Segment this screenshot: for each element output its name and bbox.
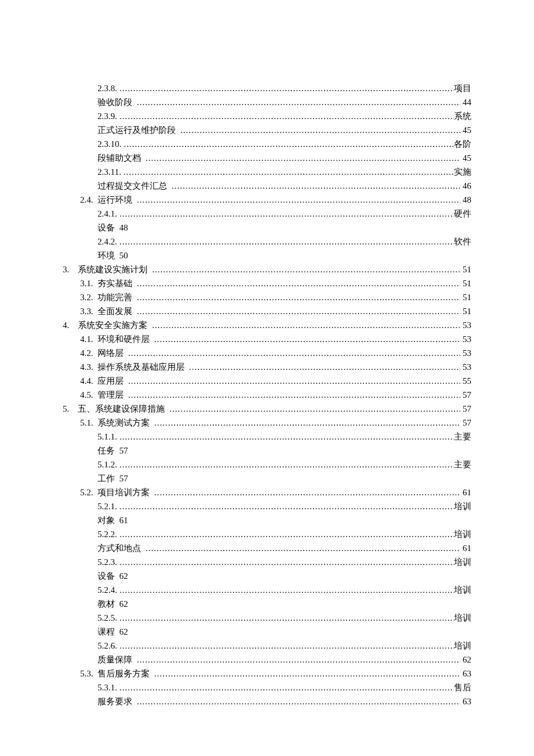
toc-title-continuation: 质量保障 bbox=[98, 653, 135, 667]
toc-leader-dots bbox=[143, 151, 461, 165]
toc-page-number: 53 bbox=[460, 360, 471, 374]
toc-entry-line2: 任务 57 bbox=[98, 444, 471, 458]
toc-title: 管理层 bbox=[98, 388, 126, 402]
toc-title-continuation: 教材 62 bbox=[98, 597, 128, 611]
toc-entry-line2: 设备 62 bbox=[98, 569, 471, 583]
toc-leader-dots bbox=[117, 611, 454, 625]
toc-number: 4.1. bbox=[80, 332, 98, 346]
toc-entry-wrapped: 2.3.8.项目验收阶段 44 bbox=[63, 81, 471, 109]
toc-entry: 4.5. 管理层 57 bbox=[63, 388, 471, 402]
toc-title-tail: 各阶 bbox=[454, 137, 471, 151]
toc-number: 2.3.9. bbox=[98, 109, 117, 123]
toc-number: 2.4.2. bbox=[98, 235, 117, 249]
toc-entry-wrapped: 5.2.4.培训教材 62 bbox=[63, 583, 471, 611]
toc-title-tail: 售后 bbox=[454, 681, 471, 694]
toc-entry-line2: 过程提交文件汇总 46 bbox=[98, 179, 471, 193]
toc-title-tail: 软件 bbox=[454, 235, 471, 249]
toc-entry: 2.4. 运行环境 48 bbox=[63, 193, 471, 207]
toc-title-tail: 培训 bbox=[454, 555, 471, 569]
toc-title: 操作系统及基础应用层 bbox=[98, 360, 187, 374]
toc-leader-dots bbox=[150, 318, 460, 332]
toc-page-number: 57 bbox=[460, 402, 471, 416]
toc-entry-line1: 5.2.2.培训 bbox=[98, 527, 471, 541]
toc-entry-line1: 5.1.2.主要 bbox=[98, 458, 471, 471]
toc-title: 系统建设实施计划 bbox=[78, 262, 150, 276]
toc-leader-dots bbox=[117, 81, 454, 95]
toc-page-number: 51 bbox=[460, 304, 471, 318]
toc-entry-line2: 教材 62 bbox=[98, 597, 471, 611]
toc-entry-line1: 2.3.10.各阶 bbox=[98, 137, 471, 151]
toc-leader-dots bbox=[135, 304, 461, 318]
toc-entry: 5. 五、系统建设保障措施 57 bbox=[63, 402, 471, 416]
toc-title-tail: 实施 bbox=[454, 165, 471, 179]
toc-entry: 5.3. 售后服务方案 63 bbox=[63, 667, 471, 681]
toc-leader-dots bbox=[117, 681, 454, 694]
toc-leader-dots bbox=[117, 458, 454, 471]
toc-number: 3.3. bbox=[80, 304, 98, 318]
toc-entry-line2: 方式和地点 61 bbox=[98, 541, 471, 555]
toc-entry-wrapped: 5.2.2.培训方式和地点 61 bbox=[63, 527, 471, 555]
toc-page-number: 45 bbox=[460, 151, 471, 165]
toc-number: 5.1.2. bbox=[98, 458, 117, 471]
toc-title-tail: 培训 bbox=[454, 583, 471, 597]
toc-entry-wrapped: 2.3.11.实施过程提交文件汇总 46 bbox=[63, 165, 471, 193]
toc-leader-dots bbox=[152, 332, 461, 346]
toc-title-continuation: 正式运行及维护阶段 bbox=[98, 123, 178, 137]
toc-page-number: 53 bbox=[460, 332, 471, 346]
toc-entry-line2: 对象 61 bbox=[98, 513, 471, 527]
toc-entry-line2: 正式运行及维护阶段 45 bbox=[98, 123, 471, 137]
toc-number: 5.2.4. bbox=[98, 583, 117, 597]
toc-leader-dots bbox=[152, 667, 461, 681]
toc-leader-dots bbox=[117, 639, 454, 653]
toc-page-number: 55 bbox=[460, 374, 471, 388]
toc-title: 五、系统建设保障措施 bbox=[78, 402, 167, 416]
toc-entry: 4. 系统安全实施方案 53 bbox=[63, 318, 471, 332]
toc-entry-line2: 环境 50 bbox=[98, 249, 471, 262]
toc-entry: 5.1. 系统测试方案 57 bbox=[63, 416, 471, 430]
toc-entry-wrapped: 5.2.1.培训对象 61 bbox=[63, 499, 471, 527]
toc-page-number: 63 bbox=[460, 694, 471, 708]
toc-title: 环境和硬件层 bbox=[98, 332, 152, 346]
toc-leader-dots bbox=[121, 165, 454, 179]
toc-leader-dots bbox=[135, 653, 461, 667]
toc-number: 4.2. bbox=[80, 346, 98, 360]
toc-leader-dots bbox=[143, 541, 461, 555]
toc-number: 5.2.1. bbox=[98, 499, 117, 513]
toc-title-continuation: 过程提交文件汇总 bbox=[98, 179, 169, 193]
toc-page-number: 62 bbox=[460, 653, 471, 667]
toc-entry-line2: 服务要求 63 bbox=[98, 694, 471, 708]
toc-title-continuation: 对象 61 bbox=[98, 513, 128, 527]
toc-title-continuation: 设备 62 bbox=[98, 569, 128, 583]
toc-entry-line1: 5.2.3.培训 bbox=[98, 555, 471, 569]
toc-leader-dots bbox=[126, 374, 461, 388]
toc-page-number: 53 bbox=[460, 346, 471, 360]
toc-entry-line1: 5.2.5.培训 bbox=[98, 611, 471, 625]
toc-title-tail: 系统 bbox=[454, 109, 471, 123]
toc-leader-dots bbox=[187, 360, 461, 374]
toc-entry-wrapped: 5.2.6.培训质量保障 62 bbox=[63, 639, 471, 667]
toc-entry-line1: 5.2.4.培训 bbox=[98, 583, 471, 597]
toc-title: 售后服务方案 bbox=[98, 667, 152, 681]
toc-title: 系统测试方案 bbox=[98, 416, 152, 430]
toc-page-number: 45 bbox=[460, 123, 471, 137]
toc-page-number: 53 bbox=[460, 318, 471, 332]
toc-title: 夯实基础 bbox=[98, 276, 135, 290]
toc-leader-dots bbox=[117, 207, 454, 221]
toc-number: 5.2.2. bbox=[98, 527, 117, 541]
toc-title-continuation: 任务 57 bbox=[98, 444, 128, 458]
toc-leader-dots bbox=[121, 137, 454, 151]
toc-leader-dots bbox=[135, 95, 461, 109]
toc-number: 4. bbox=[63, 318, 78, 332]
toc-title-continuation: 方式和地点 bbox=[98, 541, 143, 555]
toc-entry: 3.2. 功能完善 51 bbox=[63, 290, 471, 304]
toc-page-number: 61 bbox=[460, 485, 471, 499]
toc-page-number: 51 bbox=[460, 290, 471, 304]
toc-entry-wrapped: 5.1.1.主要任务 57 bbox=[63, 430, 471, 458]
toc-number: 5.2.3. bbox=[98, 555, 117, 569]
toc-leader-dots bbox=[135, 193, 461, 207]
toc-number: 2.4. bbox=[80, 193, 98, 207]
toc-entry-line1: 2.4.2.软件 bbox=[98, 235, 471, 249]
toc-leader-dots bbox=[126, 346, 461, 360]
toc-number: 4.3. bbox=[80, 360, 98, 374]
toc-number: 2.3.10. bbox=[98, 137, 121, 151]
